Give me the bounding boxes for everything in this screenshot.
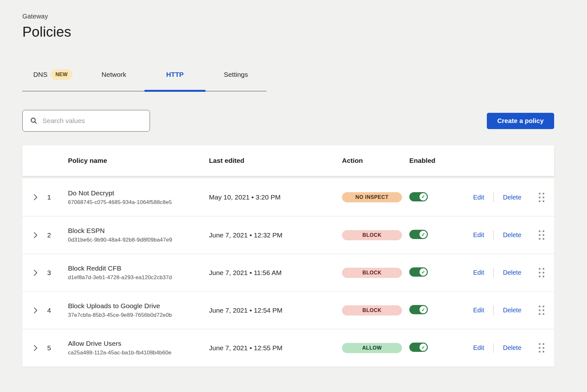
search-input[interactable] (42, 117, 143, 125)
tab-settings[interactable]: Settings (205, 69, 266, 91)
enabled-toggle[interactable]: ✓ (409, 267, 428, 277)
delete-link[interactable]: Delete (503, 344, 521, 352)
table-row: 5 Allow Drive Users ca25a488-112a-45ac-b… (22, 329, 554, 367)
search-box[interactable] (22, 110, 150, 132)
expand-row-button[interactable] (32, 192, 39, 202)
row-number: 3 (45, 269, 68, 277)
toggle-check-icon: ✓ (420, 231, 427, 238)
policy-id: 37e7cbfa-85b3-45ce-9e89-7656b0d72e0b (68, 312, 209, 318)
action-badge: BLOCK (342, 305, 402, 316)
drag-handle-icon[interactable] (538, 305, 545, 316)
breadcrumb: Gateway (22, 13, 587, 20)
action-divider (493, 230, 494, 240)
tab-network-label: Network (101, 71, 126, 78)
tab-dns-label: DNS (33, 71, 47, 78)
expand-row-button[interactable] (32, 230, 39, 240)
delete-link[interactable]: Delete (503, 231, 521, 239)
last-edited: June 7, 2021 • 12:54 PM (209, 307, 342, 314)
enabled-toggle[interactable]: ✓ (409, 305, 428, 314)
gateway-policies-page: Gateway Policies DNS NEW Network HTTP Se… (0, 0, 587, 367)
toggle-check-icon: ✓ (420, 306, 427, 313)
policy-name: Allow Drive Users (68, 340, 209, 347)
edit-link[interactable]: Edit (473, 344, 484, 352)
drag-handle-icon[interactable] (538, 267, 545, 278)
policy-id: 67068745-c075-4685-934a-1064f588c8e5 (68, 199, 209, 206)
column-header-last-edited: Last edited (209, 157, 342, 164)
drag-handle-icon[interactable] (538, 343, 545, 353)
chevron-right-icon (33, 345, 38, 352)
chevron-right-icon (33, 194, 38, 201)
chevron-right-icon (33, 269, 38, 276)
new-badge: NEW (51, 69, 72, 80)
action-divider (493, 268, 494, 278)
row-number: 1 (45, 193, 68, 201)
delete-link[interactable]: Delete (503, 269, 521, 276)
action-badge: BLOCK (342, 230, 402, 240)
delete-link[interactable]: Delete (503, 194, 521, 201)
column-header-policy-name: Policy name (68, 157, 209, 164)
expand-row-button[interactable] (32, 268, 39, 278)
tab-bar: DNS NEW Network HTTP Settings (22, 69, 266, 91)
enabled-toggle[interactable]: ✓ (409, 192, 428, 201)
tab-network[interactable]: Network (83, 69, 144, 91)
drag-handle-icon[interactable] (538, 230, 545, 240)
search-icon (30, 117, 37, 124)
action-divider (493, 343, 494, 353)
row-number: 4 (45, 307, 68, 314)
table-row: 1 Do Not Decrypt 67068745-c075-4685-934a… (22, 178, 554, 216)
table-row: 2 Block ESPN 0d31be6c-9b90-48a4-92b8-9d8… (22, 216, 554, 254)
row-number: 5 (45, 344, 68, 352)
policy-name: Do Not Decrypt (68, 189, 209, 197)
last-edited: May 10, 2021 • 3:20 PM (209, 193, 342, 201)
policy-name: Block Reddit CFB (68, 265, 209, 272)
last-edited: June 7, 2021 • 12:55 PM (209, 344, 342, 352)
page-title: Policies (22, 24, 587, 40)
last-edited: June 7, 2021 • 12:32 PM (209, 231, 342, 239)
row-number: 2 (45, 231, 68, 239)
edit-link[interactable]: Edit (473, 307, 484, 314)
toggle-check-icon: ✓ (420, 268, 427, 276)
tab-settings-label: Settings (224, 71, 248, 78)
policy-id: ca25a488-112a-45ac-ba1b-fb4108b4b60e (68, 350, 209, 356)
expand-row-button[interactable] (32, 306, 39, 315)
column-header-enabled: Enabled (409, 157, 473, 164)
edit-link[interactable]: Edit (473, 269, 484, 276)
edit-link[interactable]: Edit (473, 231, 484, 239)
table-row: 3 Block Reddit CFB d1ef8a7d-3eb1-4728-a2… (22, 254, 554, 291)
toggle-check-icon: ✓ (420, 193, 427, 200)
tab-dns[interactable]: DNS NEW (22, 69, 83, 91)
action-badge: NO INSPECT (342, 192, 402, 202)
chevron-right-icon (33, 307, 38, 314)
tab-http[interactable]: HTTP (145, 69, 205, 91)
tab-http-label: HTTP (166, 71, 184, 78)
expand-row-button[interactable] (32, 343, 39, 353)
column-header-action: Action (342, 157, 409, 164)
policy-name: Block ESPN (68, 227, 209, 235)
delete-link[interactable]: Delete (503, 307, 521, 314)
policy-name: Block Uploads to Google Drive (68, 302, 209, 310)
toggle-check-icon: ✓ (420, 344, 427, 351)
enabled-toggle[interactable]: ✓ (409, 230, 428, 239)
last-edited: June 7, 2021 • 11:56 AM (209, 269, 342, 277)
create-policy-button[interactable]: Create a policy (487, 113, 554, 129)
action-divider (493, 306, 494, 315)
drag-handle-icon[interactable] (538, 192, 545, 203)
toolbar: Create a policy (22, 110, 554, 132)
edit-link[interactable]: Edit (473, 194, 484, 201)
action-badge: BLOCK (342, 268, 402, 278)
table-body: 1 Do Not Decrypt 67068745-c075-4685-934a… (22, 178, 554, 367)
policy-id: 0d31be6c-9b90-48a4-92b8-9d8f09ba47e9 (68, 237, 209, 243)
table-row: 4 Block Uploads to Google Drive 37e7cbfa… (22, 291, 554, 329)
action-divider (493, 192, 494, 202)
chevron-right-icon (33, 232, 38, 239)
policies-table: Policy name Last edited Action Enabled 1… (22, 145, 554, 367)
table-header-row: Policy name Last edited Action Enabled (22, 145, 554, 176)
action-badge: ALLOW (342, 343, 402, 353)
policy-id: d1ef8a7d-3eb1-4728-a293-ea120c2cb37d (68, 274, 209, 281)
enabled-toggle[interactable]: ✓ (409, 343, 428, 352)
